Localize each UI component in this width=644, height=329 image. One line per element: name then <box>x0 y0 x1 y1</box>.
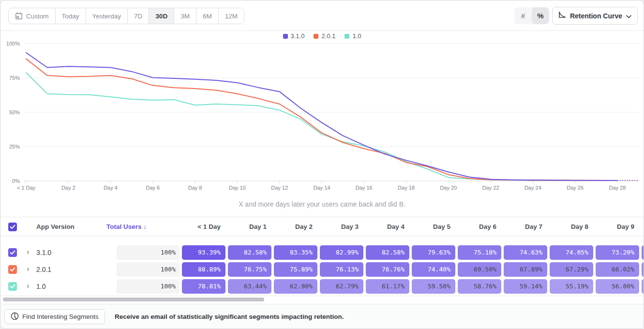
retention-cell[interactable]: 62.79% <box>320 279 363 294</box>
retention-cell[interactable]: 76.76% <box>366 262 409 277</box>
column-header-day: Day 8 <box>550 217 588 237</box>
retention-cell[interactable]: 78.81% <box>182 279 225 294</box>
retention-cell[interactable]: 55.19% <box>550 279 593 294</box>
date-range-label: 7D <box>134 13 142 20</box>
date-range-7d[interactable]: 7D <box>127 8 149 24</box>
column-header-day: < 1 Day <box>182 217 221 237</box>
retention-cell[interactable]: 93.39% <box>182 245 225 260</box>
horizontal-scrollbar <box>0 296 644 304</box>
date-range-custom[interactable]: Custom <box>9 8 55 24</box>
segments-circle-icon <box>11 312 19 322</box>
retention-cell[interactable]: 74.05% <box>550 245 593 260</box>
retention-cell[interactable]: 88.89% <box>182 262 225 277</box>
retention-cell[interactable]: 62.90% <box>274 279 317 294</box>
retention-cell[interactable]: 67.89% <box>504 262 547 277</box>
row-checkbox-1.0[interactable] <box>8 282 17 291</box>
table-row-3.1.0: ›3.1.0100%93.39%82.58%83.35%82.99%82.58%… <box>0 245 644 260</box>
table-row-1.0: ›1.0100%78.81%63.44%62.90%62.79%61.17%59… <box>0 279 644 294</box>
date-range-label: 30D <box>155 13 167 20</box>
date-range-12m[interactable]: 12M <box>218 8 244 24</box>
retention-cell[interactable]: 74.40% <box>412 262 455 277</box>
date-range-6m[interactable]: 6M <box>196 8 218 24</box>
retention-line-chart <box>0 31 644 195</box>
column-header-day: Day 3 <box>320 217 359 237</box>
row-checkbox-3.1.0[interactable] <box>8 248 17 257</box>
retention-cell[interactable]: 59.14% <box>504 279 547 294</box>
retention-cell[interactable]: 82.99% <box>320 245 363 260</box>
chart-type-label: Retention Curve <box>570 12 622 20</box>
find-interesting-segments-button[interactable]: Find Interesting Segments <box>4 309 105 324</box>
retention-cell[interactable]: 73.20% <box>596 245 639 260</box>
chart-area: 3.1.02.0.11.0 100%75%50%25%0% < 1 DayDay… <box>0 31 644 217</box>
date-range-30d[interactable]: 30D <box>149 8 174 24</box>
retention-cell[interactable]: 83.35% <box>274 245 317 260</box>
column-header-day: Day 7 <box>504 217 542 237</box>
total-users-cell: 100% <box>117 262 180 277</box>
retention-cell[interactable]: 75.89% <box>274 262 317 277</box>
retention-curve-icon <box>558 11 566 21</box>
date-range-label: 12M <box>225 13 238 20</box>
column-header-app-version: App Version <box>36 217 75 237</box>
date-range-label: 3M <box>180 13 190 20</box>
retention-cell[interactable]: 66.02% <box>596 262 639 277</box>
series-line-1.0 <box>26 73 617 180</box>
retention-cell[interactable]: 82.58% <box>228 245 271 260</box>
table-header: App Version Total Users ↓ < 1 DayDay 1Da… <box>0 217 644 236</box>
date-range-3m[interactable]: 3M <box>174 8 196 24</box>
retention-cell[interactable]: 63.44% <box>228 279 271 294</box>
retention-cell[interactable]: 59.50% <box>412 279 455 294</box>
expand-row-icon[interactable]: › <box>27 281 30 291</box>
column-header-day: Day 6 <box>458 217 496 237</box>
sort-descending-icon: ↓ <box>143 223 147 230</box>
retention-cell-clipped[interactable] <box>642 245 644 260</box>
total-users-cell: 100% <box>117 245 180 260</box>
column-header-day: Day 4 <box>366 217 404 237</box>
chart-subtitle: X and more days later your users came ba… <box>0 200 644 208</box>
column-header-day: Day 2 <box>274 217 313 237</box>
expand-row-icon[interactable]: › <box>27 264 30 274</box>
retention-cell[interactable]: 76.13% <box>320 262 363 277</box>
retention-cell[interactable]: 76.75% <box>228 262 271 277</box>
retention-cell-clipped[interactable] <box>642 279 644 294</box>
unit-toggle: #% <box>514 7 549 24</box>
toolbar: CustomTodayYesterday7D30D3M6M12M #% Rete… <box>0 0 644 31</box>
column-header-day: Day 9 <box>596 217 634 237</box>
retention-cell[interactable]: 58.76% <box>458 279 501 294</box>
expand-row-icon[interactable]: › <box>27 247 30 257</box>
date-range-today[interactable]: Today <box>55 8 86 24</box>
series-line-2.0.1 <box>26 59 617 180</box>
column-header-day: Day 5 <box>412 217 450 237</box>
table-row-2.0.1: ›2.0.1100%88.89%76.75%75.89%76.13%76.76%… <box>0 262 644 277</box>
date-range-label: 6M <box>203 13 212 20</box>
select-all-checkbox[interactable] <box>8 223 17 231</box>
percentage-toggle[interactable]: % <box>532 7 549 24</box>
column-header-total-users[interactable]: Total Users ↓ <box>106 217 147 237</box>
retention-cell[interactable]: 82.58% <box>366 245 409 260</box>
date-range-label: Custom <box>26 13 49 20</box>
retention-cell-clipped[interactable] <box>642 262 644 277</box>
footer-message: Receive an email of statistically signif… <box>115 304 344 329</box>
retention-cell[interactable]: 74.63% <box>504 245 547 260</box>
retention-cell[interactable]: 61.17% <box>366 279 409 294</box>
column-header-day: Day 1 <box>228 217 267 237</box>
footer-bar: Find Interesting Segments Receive an ema… <box>0 304 644 329</box>
absolute-numbers-toggle[interactable]: # <box>514 7 532 24</box>
total-users-cell: 100% <box>117 279 180 294</box>
retention-cell[interactable]: 75.18% <box>458 245 501 260</box>
series-line-3.1.0 <box>26 53 617 180</box>
row-checkbox-2.0.1[interactable] <box>8 265 17 274</box>
horizontal-scrollbar-thumb[interactable] <box>3 298 264 301</box>
table-body: ›3.1.0100%93.39%82.58%83.35%82.99%82.58%… <box>0 236 644 296</box>
row-version-label: 3.1.0 <box>36 245 51 260</box>
find-interesting-segments-label: Find Interesting Segments <box>22 313 99 320</box>
retention-cell[interactable]: 67.29% <box>550 262 593 277</box>
retention-cell[interactable]: 69.50% <box>458 262 501 277</box>
date-range-yesterday[interactable]: Yesterday <box>86 8 128 24</box>
date-range-label: Today <box>62 13 79 20</box>
date-range-control: CustomTodayYesterday7D30D3M6M12M <box>8 8 244 24</box>
date-range-label: Yesterday <box>92 13 121 20</box>
retention-cell[interactable]: 79.63% <box>412 245 455 260</box>
chart-type-dropdown[interactable]: Retention Curve <box>552 7 638 25</box>
row-version-label: 1.0 <box>36 279 45 294</box>
retention-cell[interactable]: 56.00% <box>596 279 639 294</box>
